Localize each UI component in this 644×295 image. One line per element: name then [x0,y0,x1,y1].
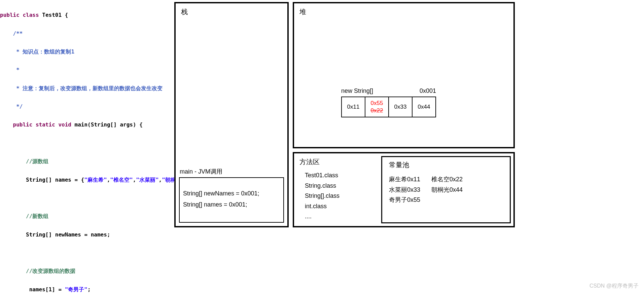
array-cell-3: 0x44 [412,97,436,117]
cmt-src: //源数组 [26,158,48,164]
watermark: CSDN @程序奇男子 [589,283,639,290]
javadoc-close: */ [13,103,23,110]
array-cell-0: 0x11 [342,97,365,117]
const-item: 奇男子0x55 [389,196,420,203]
array-table: 0x11 0x55 0x22 0x33 0x44 [341,97,436,117]
array-cell-2: 0x33 [389,97,412,117]
cmt-mod: //改变源数组的数据 [26,268,75,274]
array-label-right: 0x001 [420,87,436,95]
heap-panel: 堆 new String[] 0x001 0x11 0x55 0x22 0x33… [293,2,515,148]
heap-title: 堆 [294,3,513,16]
kw-public: public [0,12,20,18]
javadoc-open: /** [13,30,23,37]
kw-class: class [23,12,39,18]
heap-array: new String[] 0x001 0x11 0x55 0x22 0x33 0… [341,87,436,117]
stack-title: 栈 [176,3,287,16]
method-area-panel: 方法区 Test01.class String.class String[].c… [293,152,515,227]
class-name: Test01 [42,12,62,18]
main-frame-label: main - JVM调用 [180,168,222,176]
decl-new: String[] newNames = names; [26,231,110,238]
stmt-mod-lhs: names[1] = [26,286,65,293]
kw-public-main: public [13,121,33,128]
main-params: (String[] args) { [87,121,143,128]
javadoc-l2: * [13,67,20,73]
array-label-left: new String[] [341,87,373,95]
const-item: 椎名空0x22 [431,176,463,183]
cmt-new: //新数组 [26,213,48,219]
str2: "椎名空" [110,177,133,183]
array-cell-1-new: 0x55 [365,100,388,107]
stmt-mod-str: "奇男子" [65,286,87,293]
str1: "麻生希" [84,177,107,183]
method-item: int.class [305,201,339,212]
main-name: main [75,121,88,128]
method-area-list: Test01.class String.class String[].class… [305,170,339,222]
constant-pool-box: 常量池 麻生希0x11 椎名空0x22 水菜丽0x33 朝桐光0x44 奇男子0… [381,156,511,223]
constant-pool-title: 常量池 [389,160,503,170]
str3: "水菜丽" [136,177,158,183]
javadoc-l3: * 注意：复制后，改变源数组，新数组里的数据也会发生改变 [13,85,163,91]
array-cell-1: 0x55 0x22 [365,97,389,117]
constant-pool-items: 麻生希0x11 椎名空0x22 水菜丽0x33 朝桐光0x44 奇男子0x55 [389,174,503,205]
code-block: public class Test01 { /** * 知识点：数组的复制1 *… [0,1,202,295]
main-frame: String[] newNames = 0x001; String[] name… [179,177,284,223]
decl-src-lhs: String[] names = { [26,177,84,183]
kw-static: static [36,121,55,128]
kw-void: void [58,121,71,128]
stack-panel: 栈 main - JVM调用 String[] newNames = 0x001… [174,2,289,227]
method-item: String.class [305,181,339,191]
method-item: .... [305,211,339,222]
const-item: 朝桐光0x44 [431,186,463,193]
method-item: Test01.class [305,170,339,181]
method-item: String[].class [305,191,339,201]
stack-line-newnames: String[] newNames = 0x001; [180,188,283,199]
array-cell-1-old: 0x22 [365,107,388,114]
const-item: 麻生希0x11 [389,176,420,183]
stack-line-names: String[] names = 0x001; [180,199,283,210]
javadoc-l1: * 知识点：数组的复制1 [13,48,75,55]
stmt-mod-end: ; [87,286,91,293]
const-item: 水菜丽0x33 [389,186,420,193]
